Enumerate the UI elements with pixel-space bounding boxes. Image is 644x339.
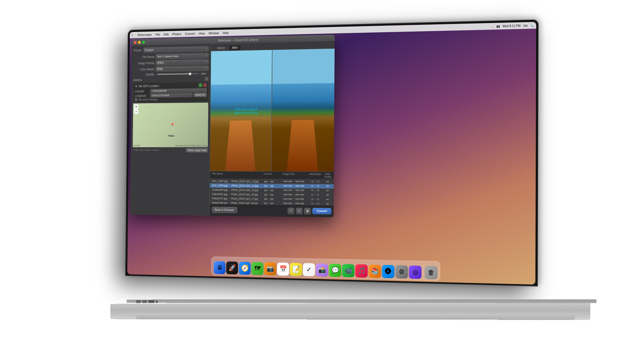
left-panel: Preset: Custom ▼ File Name: Text bbox=[130, 44, 211, 216]
minimize-button[interactable] bbox=[138, 41, 141, 44]
file-name-cell: Croatia350.jpg → Photo_(2015 Apr)_15.jpg bbox=[212, 188, 264, 192]
grid-button[interactable]: ▦ bbox=[304, 208, 311, 214]
dock-icon-books[interactable]: 📚 bbox=[369, 265, 381, 278]
eye-button[interactable]: ◎ bbox=[296, 208, 303, 214]
audio-port bbox=[155, 300, 158, 303]
after-tab[interactable]: After bbox=[228, 45, 241, 51]
gps-cancel-button[interactable]: ✕ bbox=[203, 83, 207, 87]
longitude-row: Longitude: 134.6127319338 Show Pin bbox=[135, 93, 207, 98]
set-only-missing-row: ✓ Set only if missing bbox=[135, 97, 207, 101]
macbook-screen:  Reformator File Edit Photos Convert Vi… bbox=[125, 19, 539, 286]
dock-icon-launchpad[interactable]: 🚀 bbox=[226, 261, 238, 275]
svg-line-4 bbox=[140, 103, 144, 147]
dock-icon-appstore[interactable]: 🅐 bbox=[382, 265, 394, 278]
size-cell: 586×388 → 586×388 bbox=[283, 193, 311, 196]
dock-icon-facetime[interactable]: 📹 bbox=[342, 264, 355, 278]
size-cell: 586×388 → 586×388 bbox=[283, 185, 311, 188]
file-name-cell: Palau0787.jpg → Photo_(2015 Apr)_17.jpg bbox=[212, 197, 264, 200]
file-name-control[interactable]: Text + Capture Date... ▼ bbox=[156, 53, 209, 59]
port-2 bbox=[142, 300, 147, 303]
profile-cell: sRGB IEC61966-2-1 black sca... bbox=[326, 180, 332, 183]
dock-icon-photos-app[interactable]: 📷 bbox=[264, 262, 276, 275]
dock-icon-reminders[interactable]: ✓ bbox=[303, 263, 315, 276]
google-logo: Google bbox=[134, 144, 140, 146]
image-format-control[interactable]: JPEG ▼ bbox=[156, 59, 209, 65]
dock-icon-notes[interactable]: 📝 bbox=[290, 263, 302, 276]
dock-icon-music[interactable]: 🎵 bbox=[355, 264, 368, 278]
dock-icon-calendar[interactable]: 📅 bbox=[277, 263, 289, 276]
dock-icon-maps[interactable]: 🗺 bbox=[251, 262, 263, 275]
latitude-input[interactable]: 7.5313185798 bbox=[150, 88, 207, 93]
right-click-hint: * Right click to tag a location. bbox=[133, 149, 159, 151]
res-cell: 72 → 72 bbox=[311, 198, 326, 201]
svg-line-3 bbox=[133, 129, 178, 132]
add-action-button[interactable]: + bbox=[205, 77, 209, 81]
before-tab[interactable]: Before bbox=[214, 45, 228, 51]
close-button[interactable] bbox=[134, 41, 136, 44]
window-title: Reformator – Convert (67 photos) bbox=[218, 38, 258, 42]
edit-menu[interactable]: Edit bbox=[164, 33, 169, 36]
convert-menu[interactable]: Convert bbox=[185, 32, 195, 36]
reformator-window: Reformator – Convert (67 photos) Preset:… bbox=[130, 35, 335, 217]
macbook-hinge bbox=[127, 299, 596, 303]
svg-line-2 bbox=[159, 103, 164, 147]
color-model-control[interactable]: RGB ▼ bbox=[156, 66, 209, 72]
apple-menu[interactable]:  bbox=[132, 33, 133, 37]
clock: Wed 8:11 PM bbox=[503, 24, 521, 28]
file-list-header: File Name Format Image Size Resolution C… bbox=[210, 171, 334, 180]
share-button[interactable]: ⬡ bbox=[288, 208, 294, 214]
view-menu[interactable]: View bbox=[199, 32, 205, 35]
dock-icon-trash[interactable]: 🗑 bbox=[425, 266, 438, 279]
quality-slider[interactable] bbox=[157, 73, 199, 75]
format-cell: jpg → jpg bbox=[264, 180, 283, 183]
battery-icon: ▮▮ bbox=[496, 25, 500, 28]
macbook-scene:  Reformator File Edit Photos Convert Vi… bbox=[0, 0, 644, 339]
search-icon[interactable]: 🔍 bbox=[530, 24, 534, 27]
size-cell: 595×388 → 595×388 bbox=[283, 198, 311, 201]
bottom-bar: Back to Browser ⬡ ◎ ▦ Convert bbox=[209, 204, 333, 217]
longitude-input[interactable]: 134.6127319338 bbox=[150, 93, 193, 98]
col-header-size: Image Size bbox=[282, 173, 309, 178]
photos-menu[interactable]: Photos bbox=[172, 32, 181, 36]
back-to-browser-button[interactable]: Back to Browser bbox=[212, 207, 237, 213]
dock-icon-messages[interactable]: 💬 bbox=[329, 264, 341, 277]
show-larger-map-button[interactable]: Show Larger Map bbox=[186, 148, 208, 152]
dock-icon-siri[interactable]: ◎ bbox=[409, 265, 422, 279]
help-menu[interactable]: Help bbox=[223, 31, 229, 35]
file-menu[interactable]: File bbox=[155, 33, 160, 36]
quality-value: 80% bbox=[201, 72, 209, 75]
dock-icon-finder[interactable]: 🖥 bbox=[213, 261, 225, 274]
file-list-area: File Name Format Image Size Resolution C… bbox=[210, 171, 334, 205]
set-only-missing-checkbox[interactable]: ✓ bbox=[135, 98, 137, 101]
dock-icon-photo2[interactable]: 📸 bbox=[316, 263, 328, 277]
color-model-row: Color Model: RGB ▼ bbox=[133, 66, 209, 72]
map-container[interactable]: + − bbox=[133, 103, 208, 147]
gps-title: Set GPS Location bbox=[138, 84, 159, 88]
convert-button[interactable]: Convert bbox=[312, 208, 332, 214]
window-menu[interactable]: Window bbox=[209, 31, 219, 35]
before-preview: JBS MacApp4 macstore.info bbox=[210, 50, 272, 171]
preset-label: Preset: bbox=[134, 49, 142, 52]
map-pin: 📍 bbox=[170, 123, 175, 127]
mountains-svg-after bbox=[272, 79, 335, 104]
bottom-right-controls: ⬡ ◎ ▦ Convert bbox=[288, 208, 331, 215]
map-place-label: Palau bbox=[168, 134, 175, 137]
file-name-cell: Palau0251.jpg → Photo_(2015 Apr)_16.jpg bbox=[212, 193, 264, 196]
profile-cell: sRGB IEC61966-2-1 → sRGB I... bbox=[326, 193, 331, 197]
dock-icon-settings[interactable]: ⚙ bbox=[395, 265, 408, 279]
profile-cell: sRGB IEC61966-2-1 → sRGB I... bbox=[326, 198, 331, 201]
size-cell: 584×388 → 584×388 bbox=[283, 180, 311, 183]
maximize-button[interactable] bbox=[142, 41, 145, 44]
dock-icon-safari[interactable]: 🧭 bbox=[239, 262, 251, 275]
format-cell: jpg → jpg bbox=[264, 197, 283, 201]
image-format-label: Image Format: bbox=[134, 61, 155, 65]
show-pin-button[interactable]: Show Pin bbox=[194, 93, 207, 97]
svg-line-0 bbox=[148, 103, 154, 147]
gps-section: ▼ Set GPS Location ✓ ✕ Latitude: bbox=[133, 82, 208, 102]
app-name-menu[interactable]: Reformator bbox=[138, 33, 152, 37]
file-name-row: File Name: Text + Capture Date... ▼ bbox=[134, 53, 209, 60]
hdmi-port bbox=[148, 300, 155, 303]
col-header-name: File Name bbox=[212, 172, 264, 178]
preset-dropdown[interactable]: Custom ▼ bbox=[144, 46, 209, 53]
gps-confirm-button[interactable]: ✓ bbox=[199, 83, 202, 87]
